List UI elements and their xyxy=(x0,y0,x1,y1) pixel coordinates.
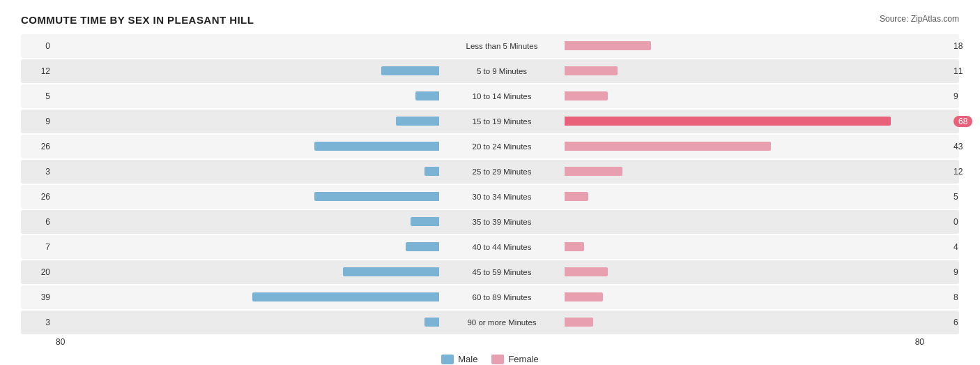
center-label: 20 to 24 Minutes xyxy=(439,142,565,151)
right-bar-section xyxy=(565,91,948,102)
female-bar xyxy=(565,167,622,176)
left-value: 3 xyxy=(21,167,56,177)
center-label: 25 to 29 Minutes xyxy=(439,167,565,176)
legend: Male Female xyxy=(21,354,959,364)
left-bar-section xyxy=(56,318,439,328)
left-bar-section xyxy=(56,117,439,127)
right-value: 6 xyxy=(948,318,980,327)
right-bar-section xyxy=(565,292,948,303)
right-value: 18 xyxy=(948,41,980,51)
left-value: 20 xyxy=(21,267,56,277)
male-bar xyxy=(314,142,439,151)
left-value: 0 xyxy=(21,41,56,51)
right-value: 68 xyxy=(954,116,972,127)
left-value: 7 xyxy=(21,242,56,252)
bar-row: 510 to 14 Minutes9 xyxy=(21,84,959,108)
female-bar xyxy=(565,242,584,251)
female-bar xyxy=(565,66,618,75)
right-value: 43 xyxy=(948,142,980,151)
bar-row: 0Less than 5 Minutes18 xyxy=(21,34,959,58)
left-bar-section xyxy=(56,142,439,152)
legend-male: Male xyxy=(441,354,477,364)
right-bar-section xyxy=(565,217,948,228)
legend-male-label: Male xyxy=(458,354,477,364)
center-label: 15 to 19 Minutes xyxy=(439,117,565,126)
right-value: 0 xyxy=(948,217,980,227)
female-bar xyxy=(565,142,771,151)
left-bar-section xyxy=(56,41,439,52)
left-value: 6 xyxy=(21,217,56,227)
right-bar-section xyxy=(565,267,948,278)
right-value: 9 xyxy=(948,267,980,277)
bar-row: 740 to 44 Minutes4 xyxy=(21,235,959,259)
female-bar xyxy=(565,292,603,301)
male-bar xyxy=(381,66,439,75)
right-bar-section xyxy=(565,242,948,253)
right-value: 8 xyxy=(948,292,980,302)
right-value: 4 xyxy=(948,242,980,252)
bar-row: 3960 to 89 Minutes8 xyxy=(21,285,959,309)
right-bar-section xyxy=(565,41,948,52)
bar-row: 2045 to 59 Minutes9 xyxy=(21,260,959,284)
right-bar-section xyxy=(565,117,948,127)
center-label: 40 to 44 Minutes xyxy=(439,243,565,251)
right-bar-section xyxy=(565,142,948,152)
source-text: Source: ZipAtlas.com xyxy=(880,14,959,24)
right-bar-section xyxy=(565,167,948,177)
female-bar xyxy=(565,117,891,126)
male-bar xyxy=(424,318,439,327)
left-bar-section xyxy=(56,217,439,228)
male-bar xyxy=(415,91,439,100)
axis-row: 80 80 xyxy=(21,336,959,348)
right-value: 5 xyxy=(948,192,980,202)
bar-row: 2630 to 34 Minutes5 xyxy=(21,185,959,209)
left-value: 39 xyxy=(21,292,56,302)
female-bar xyxy=(565,267,608,276)
left-bar-section xyxy=(56,292,439,303)
female-bar xyxy=(565,192,588,201)
center-label: Less than 5 Minutes xyxy=(439,42,565,50)
center-label: 30 to 34 Minutes xyxy=(439,193,565,201)
male-bar xyxy=(424,167,439,176)
right-value: 11 xyxy=(948,66,980,76)
left-bar-section xyxy=(56,242,439,253)
male-bar xyxy=(396,117,439,126)
male-bar xyxy=(343,267,439,276)
left-value: 26 xyxy=(21,142,56,151)
bar-row: 390 or more Minutes6 xyxy=(21,311,959,334)
bar-row: 635 to 39 Minutes0 xyxy=(21,210,959,234)
left-bar-section xyxy=(56,66,439,77)
left-value: 12 xyxy=(21,66,56,76)
bar-row: 2620 to 24 Minutes43 xyxy=(21,135,959,158)
right-bar-section xyxy=(565,66,948,77)
female-bar xyxy=(565,91,608,100)
center-label: 45 to 59 Minutes xyxy=(439,268,565,276)
right-bar-section xyxy=(565,318,948,328)
left-bar-section xyxy=(56,91,439,102)
male-swatch xyxy=(441,355,454,364)
left-value: 9 xyxy=(21,117,56,126)
bar-row: 125 to 9 Minutes11 xyxy=(21,59,959,83)
right-value: 12 xyxy=(948,167,980,177)
left-value: 3 xyxy=(21,318,56,327)
center-label: 5 to 9 Minutes xyxy=(439,67,565,75)
female-bar xyxy=(565,318,593,327)
male-bar xyxy=(411,217,439,226)
bar-row: 325 to 29 Minutes12 xyxy=(21,160,959,184)
right-bar-section xyxy=(565,192,948,202)
legend-female-label: Female xyxy=(508,354,538,364)
chart-title: COMMUTE TIME BY SEX IN PLEASANT HILL xyxy=(21,14,254,26)
chart-area: 0Less than 5 Minutes18125 to 9 Minutes11… xyxy=(21,34,959,334)
chart-wrapper: COMMUTE TIME BY SEX IN PLEASANT HILL Sou… xyxy=(21,14,959,364)
left-bar-section xyxy=(56,192,439,202)
left-value: 5 xyxy=(21,91,56,101)
center-label: 35 to 39 Minutes xyxy=(439,218,565,226)
legend-female: Female xyxy=(491,354,538,364)
axis-right-label: 80 xyxy=(915,337,959,347)
left-value: 26 xyxy=(21,192,56,202)
male-bar xyxy=(314,192,439,201)
male-bar xyxy=(252,292,439,301)
axis-left-label: 80 xyxy=(21,337,65,347)
header: COMMUTE TIME BY SEX IN PLEASANT HILL Sou… xyxy=(21,14,959,26)
bar-row: 915 to 19 Minutes68 xyxy=(21,110,959,133)
